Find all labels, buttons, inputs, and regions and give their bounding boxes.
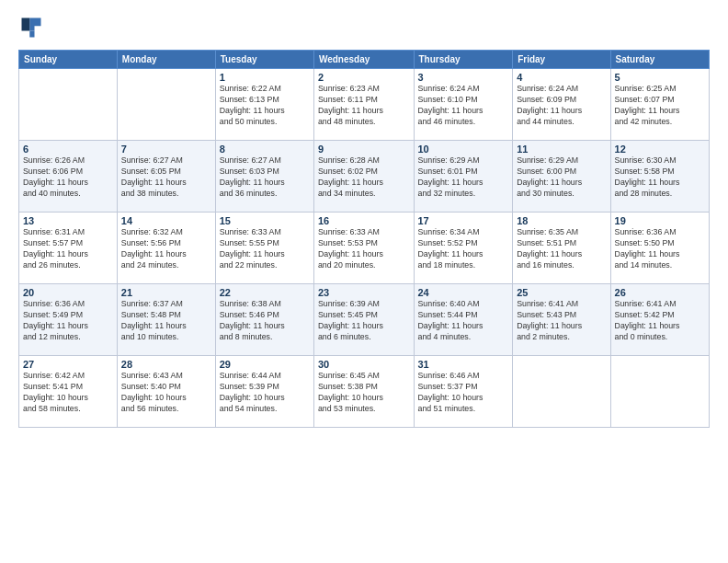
calendar-cell: 17Sunrise: 6:34 AMSunset: 5:52 PMDayligh…	[414, 213, 513, 284]
calendar-cell: 27Sunrise: 6:42 AMSunset: 5:41 PMDayligh…	[19, 356, 118, 428]
day-of-week-header: Wednesday	[313, 51, 414, 69]
logo	[18, 15, 48, 40]
calendar-cell: 26Sunrise: 6:41 AMSunset: 5:42 PMDayligh…	[610, 284, 709, 356]
day-of-week-header: Monday	[117, 51, 215, 69]
day-number: 12	[615, 144, 705, 155]
day-number: 15	[220, 215, 310, 226]
day-number: 27	[23, 359, 113, 370]
day-info: Sunrise: 6:38 AMSunset: 5:46 PMDaylight:…	[220, 299, 310, 343]
day-number: 18	[517, 215, 606, 226]
day-number: 22	[220, 287, 310, 298]
calendar-cell	[610, 356, 709, 428]
day-number: 28	[121, 359, 211, 370]
day-info: Sunrise: 6:36 AMSunset: 5:50 PMDaylight:…	[615, 227, 705, 271]
calendar-cell: 11Sunrise: 6:29 AMSunset: 6:00 PMDayligh…	[513, 141, 610, 213]
day-of-week-header: Tuesday	[215, 51, 313, 69]
day-info: Sunrise: 6:41 AMSunset: 5:42 PMDaylight:…	[615, 299, 705, 343]
calendar-cell: 12Sunrise: 6:30 AMSunset: 5:58 PMDayligh…	[610, 141, 709, 213]
calendar-cell: 9Sunrise: 6:28 AMSunset: 6:02 PMDaylight…	[313, 141, 414, 213]
calendar-cell: 24Sunrise: 6:40 AMSunset: 5:44 PMDayligh…	[414, 284, 513, 356]
calendar-cell	[117, 69, 215, 141]
header	[18, 15, 710, 40]
calendar-cell: 16Sunrise: 6:33 AMSunset: 5:53 PMDayligh…	[313, 213, 414, 284]
day-info: Sunrise: 6:46 AMSunset: 5:37 PMDaylight:…	[418, 371, 509, 415]
day-number: 13	[23, 215, 113, 226]
day-info: Sunrise: 6:31 AMSunset: 5:57 PMDaylight:…	[23, 227, 113, 271]
day-number: 2	[318, 72, 410, 83]
day-number: 24	[418, 287, 509, 298]
calendar-cell: 28Sunrise: 6:43 AMSunset: 5:40 PMDayligh…	[117, 356, 215, 428]
day-info: Sunrise: 6:28 AMSunset: 6:02 PMDaylight:…	[318, 155, 410, 200]
day-info: Sunrise: 6:39 AMSunset: 5:45 PMDaylight:…	[318, 299, 410, 343]
calendar-cell: 30Sunrise: 6:45 AMSunset: 5:38 PMDayligh…	[313, 356, 414, 428]
day-number: 7	[121, 144, 211, 155]
day-info: Sunrise: 6:43 AMSunset: 5:40 PMDaylight:…	[121, 371, 211, 415]
day-info: Sunrise: 6:27 AMSunset: 6:05 PMDaylight:…	[121, 155, 211, 200]
day-of-week-header: Sunday	[19, 51, 118, 69]
calendar-cell: 19Sunrise: 6:36 AMSunset: 5:50 PMDayligh…	[610, 213, 709, 284]
calendar-cell: 2Sunrise: 6:23 AMSunset: 6:11 PMDaylight…	[313, 69, 414, 141]
day-of-week-header: Saturday	[610, 51, 709, 69]
svg-marker-3	[22, 18, 30, 31]
day-number: 23	[318, 287, 410, 298]
logo-icon	[18, 15, 44, 40]
day-number: 11	[517, 144, 606, 155]
calendar-cell: 5Sunrise: 6:25 AMSunset: 6:07 PMDaylight…	[610, 69, 709, 141]
calendar-cell: 21Sunrise: 6:37 AMSunset: 5:48 PMDayligh…	[117, 284, 215, 356]
day-info: Sunrise: 6:44 AMSunset: 5:39 PMDaylight:…	[220, 371, 310, 415]
day-number: 17	[418, 215, 509, 226]
calendar-cell: 3Sunrise: 6:24 AMSunset: 6:10 PMDaylight…	[414, 69, 513, 141]
day-info: Sunrise: 6:22 AMSunset: 6:13 PMDaylight:…	[220, 84, 310, 128]
day-number: 25	[517, 287, 606, 298]
calendar-cell: 8Sunrise: 6:27 AMSunset: 6:03 PMDaylight…	[215, 141, 313, 213]
calendar-cell: 15Sunrise: 6:33 AMSunset: 5:55 PMDayligh…	[215, 213, 313, 284]
day-number: 21	[121, 287, 211, 298]
calendar-cell: 7Sunrise: 6:27 AMSunset: 6:05 PMDaylight…	[117, 141, 215, 213]
day-info: Sunrise: 6:33 AMSunset: 5:55 PMDaylight:…	[220, 227, 310, 271]
day-number: 4	[517, 72, 606, 83]
day-of-week-header: Friday	[513, 51, 610, 69]
day-info: Sunrise: 6:42 AMSunset: 5:41 PMDaylight:…	[23, 371, 113, 415]
calendar-cell: 4Sunrise: 6:24 AMSunset: 6:09 PMDaylight…	[513, 69, 610, 141]
day-info: Sunrise: 6:24 AMSunset: 6:09 PMDaylight:…	[517, 84, 606, 128]
calendar-cell: 23Sunrise: 6:39 AMSunset: 5:45 PMDayligh…	[313, 284, 414, 356]
day-info: Sunrise: 6:45 AMSunset: 5:38 PMDaylight:…	[318, 371, 410, 415]
calendar-cell: 6Sunrise: 6:26 AMSunset: 6:06 PMDaylight…	[19, 141, 118, 213]
calendar: SundayMondayTuesdayWednesdayThursdayFrid…	[18, 50, 710, 428]
day-info: Sunrise: 6:24 AMSunset: 6:10 PMDaylight:…	[418, 84, 509, 128]
day-number: 6	[23, 144, 113, 155]
day-of-week-header: Thursday	[414, 51, 513, 69]
calendar-cell: 1Sunrise: 6:22 AMSunset: 6:13 PMDaylight…	[215, 69, 313, 141]
day-number: 3	[418, 72, 509, 83]
calendar-cell: 29Sunrise: 6:44 AMSunset: 5:39 PMDayligh…	[215, 356, 313, 428]
calendar-cell	[513, 356, 610, 428]
day-number: 9	[318, 144, 410, 155]
day-info: Sunrise: 6:36 AMSunset: 5:49 PMDaylight:…	[23, 299, 113, 343]
calendar-cell: 31Sunrise: 6:46 AMSunset: 5:37 PMDayligh…	[414, 356, 513, 428]
day-number: 10	[418, 144, 509, 155]
day-number: 26	[615, 287, 705, 298]
day-info: Sunrise: 6:25 AMSunset: 6:07 PMDaylight:…	[615, 84, 705, 128]
day-number: 14	[121, 215, 211, 226]
day-info: Sunrise: 6:30 AMSunset: 5:58 PMDaylight:…	[615, 155, 705, 200]
day-number: 16	[318, 215, 410, 226]
day-info: Sunrise: 6:29 AMSunset: 6:01 PMDaylight:…	[418, 155, 509, 200]
day-number: 29	[220, 359, 310, 370]
calendar-cell: 14Sunrise: 6:32 AMSunset: 5:56 PMDayligh…	[117, 213, 215, 284]
day-info: Sunrise: 6:27 AMSunset: 6:03 PMDaylight:…	[220, 155, 310, 200]
day-info: Sunrise: 6:40 AMSunset: 5:44 PMDaylight:…	[418, 299, 509, 343]
day-info: Sunrise: 6:41 AMSunset: 5:43 PMDaylight:…	[517, 299, 606, 343]
calendar-cell: 18Sunrise: 6:35 AMSunset: 5:51 PMDayligh…	[513, 213, 610, 284]
day-info: Sunrise: 6:33 AMSunset: 5:53 PMDaylight:…	[318, 227, 410, 271]
calendar-cell: 13Sunrise: 6:31 AMSunset: 5:57 PMDayligh…	[19, 213, 118, 284]
day-number: 5	[615, 72, 705, 83]
day-info: Sunrise: 6:37 AMSunset: 5:48 PMDaylight:…	[121, 299, 211, 343]
calendar-cell: 22Sunrise: 6:38 AMSunset: 5:46 PMDayligh…	[215, 284, 313, 356]
day-info: Sunrise: 6:34 AMSunset: 5:52 PMDaylight:…	[418, 227, 509, 271]
calendar-cell: 20Sunrise: 6:36 AMSunset: 5:49 PMDayligh…	[19, 284, 118, 356]
calendar-cell	[19, 69, 118, 141]
day-number: 30	[318, 359, 410, 370]
svg-marker-1	[29, 18, 40, 31]
day-number: 19	[615, 215, 705, 226]
day-info: Sunrise: 6:23 AMSunset: 6:11 PMDaylight:…	[318, 84, 410, 128]
